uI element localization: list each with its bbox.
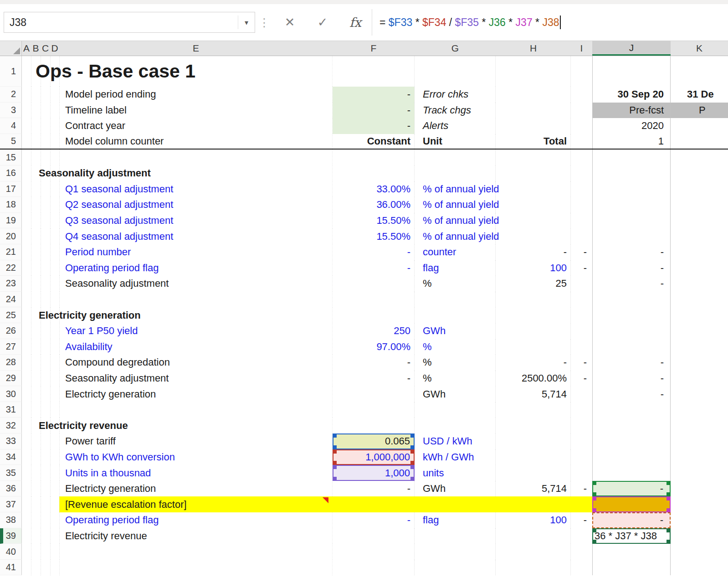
cell-G36[interactable]: GWh [415, 481, 496, 497]
cell-G5[interactable]: Unit [415, 134, 496, 149]
cell-J41[interactable] [592, 560, 671, 576]
cell-E22[interactable]: Operating period flag [22, 260, 333, 276]
cell-I41[interactable] [571, 560, 592, 576]
cell-H2[interactable] [496, 87, 571, 103]
column-header-a[interactable]: A [22, 41, 31, 56]
cell-K38[interactable] [671, 512, 728, 528]
row-header-24[interactable]: 24 [0, 292, 22, 308]
row-header-16[interactable]: 16 [0, 165, 22, 181]
cell-F16[interactable] [333, 165, 415, 181]
cell-G24[interactable] [415, 292, 496, 308]
row-header-35[interactable]: 35 [0, 465, 22, 481]
cell-I4[interactable] [571, 118, 592, 134]
cell-H23[interactable]: 25 [496, 276, 571, 292]
cell-J34[interactable] [592, 449, 671, 465]
cell-F33-ref-highlight[interactable]: 0.065 [333, 434, 415, 449]
cell-E36[interactable]: Electricty generation [22, 481, 333, 497]
cell-I39[interactable] [571, 528, 592, 544]
cell-F3[interactable]: - [333, 103, 415, 119]
cell-K5[interactable] [671, 134, 728, 149]
cell-I21[interactable]: - [571, 244, 592, 260]
cell-J27[interactable] [592, 339, 671, 355]
cell-E38[interactable]: Operating period flag [22, 512, 333, 528]
cell-H38[interactable]: 100 [496, 512, 571, 528]
cell-F39[interactable] [333, 528, 415, 544]
cell-I2[interactable] [571, 87, 592, 103]
cell-H28[interactable]: - [496, 355, 571, 371]
cell-I27[interactable] [571, 339, 592, 355]
cell-J40[interactable] [592, 544, 671, 560]
cell-J35[interactable] [592, 465, 671, 481]
cell-H3[interactable] [496, 103, 571, 119]
cell-E5[interactable]: Model column counter [22, 134, 333, 149]
row-header-20[interactable]: 20 [0, 228, 22, 244]
name-box[interactable]: J38 ▾ [4, 12, 255, 33]
cell-G4[interactable]: Alerts [415, 118, 496, 134]
cell-I40[interactable] [571, 544, 592, 560]
cell-G25[interactable] [415, 307, 496, 323]
cell-E4[interactable]: Contract year [22, 118, 333, 134]
cell-I3[interactable] [571, 103, 592, 119]
cell-I38[interactable]: - [571, 512, 592, 528]
cell-E26[interactable]: Year 1 P50 yield [22, 323, 333, 339]
cell-G30[interactable]: GWh [415, 386, 496, 402]
column-header-e[interactable]: E [59, 41, 333, 56]
cell-F35-ref-highlight[interactable]: 1,000 [333, 465, 415, 481]
cell-E17[interactable]: Q1 seasonal adjustment [22, 181, 333, 197]
cell-E3[interactable]: Timeline label [22, 103, 333, 119]
row-header-36[interactable]: 36 [0, 481, 22, 497]
insert-function-button[interactable]: fx [339, 15, 372, 30]
cell-H32[interactable] [496, 418, 571, 434]
cell-G16[interactable] [415, 165, 496, 181]
cell-F4[interactable]: - [333, 118, 415, 134]
cell-E33[interactable]: Power tariff [22, 434, 333, 449]
cancel-button[interactable]: ✕ [273, 15, 306, 30]
cell-F1[interactable] [333, 56, 415, 87]
cell-H34[interactable] [496, 449, 571, 465]
row-header-4[interactable]: 4 [0, 118, 22, 134]
cell-I24[interactable] [571, 292, 592, 308]
cell-H17[interactable] [496, 181, 571, 197]
cell-J18[interactable] [592, 197, 671, 213]
cell-I37[interactable] [571, 496, 592, 512]
row-header-22[interactable]: 22 [0, 260, 22, 276]
cell-F5[interactable]: Constant [333, 134, 415, 149]
row-header-3[interactable]: 3 [0, 103, 22, 119]
cell-K3[interactable]: P [671, 103, 728, 119]
cell-J22[interactable]: - [592, 260, 671, 276]
cell-F18[interactable]: 36.00% [333, 197, 415, 213]
cell-K39[interactable] [671, 528, 728, 544]
cell-G37[interactable] [415, 496, 496, 512]
cell-F27[interactable]: 97.00% [333, 339, 415, 355]
column-header-d[interactable]: D [50, 41, 59, 56]
cell-K2[interactable]: 31 De [671, 87, 728, 103]
cell-K32[interactable] [671, 418, 728, 434]
row-header-31[interactable]: 31 [0, 402, 22, 418]
cell-E19[interactable]: Q3 seasonal adjustment [22, 213, 333, 229]
cell-F2[interactable]: - [333, 87, 415, 103]
cell-J39-formula-edit[interactable]: 36 * J37 * J38 [592, 528, 671, 544]
cell-E24[interactable] [22, 292, 333, 308]
cell-I35[interactable] [571, 465, 592, 481]
cell-H4[interactable] [496, 118, 571, 134]
row-header-37[interactable]: 37 [0, 496, 22, 512]
cell-J36-ref-highlight[interactable]: - [592, 481, 671, 497]
cell-G28[interactable]: % [415, 355, 496, 371]
cell-F19[interactable]: 15.50% [333, 213, 415, 229]
cell-F30[interactable] [333, 386, 415, 402]
cell-F20[interactable]: 15.50% [333, 228, 415, 244]
cell-I32[interactable] [571, 418, 592, 434]
row-header-5[interactable]: 5 [0, 134, 22, 149]
cell-I25[interactable] [571, 307, 592, 323]
cell-G15[interactable] [415, 150, 496, 165]
cell-E34[interactable]: GWh to KWh conversion [22, 449, 333, 465]
row-header-41[interactable]: 41 [0, 560, 22, 576]
cell-E39[interactable]: Electricity revenue [22, 528, 333, 544]
cell-G19[interactable]: % of annual yield [415, 213, 496, 229]
formula-input[interactable]: = $F33 * $F34 / $F35 * J36 * J37 * J38 [372, 15, 561, 29]
cell-I33[interactable] [571, 434, 592, 449]
cell-I29[interactable]: - [571, 371, 592, 387]
cell-K26[interactable] [671, 323, 728, 339]
cell-J23[interactable]: - [592, 276, 671, 292]
row-header-19[interactable]: 19 [0, 213, 22, 229]
